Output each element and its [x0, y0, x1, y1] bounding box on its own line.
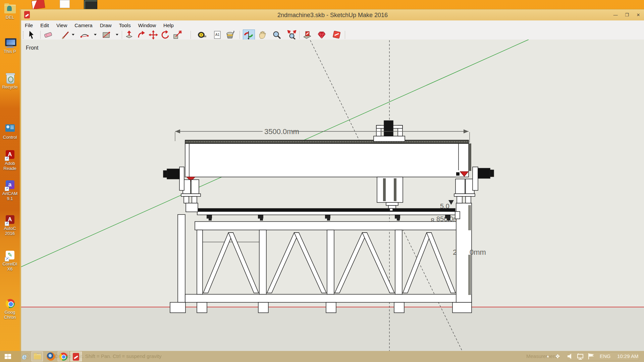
- icon-label: ArtCAM: [0, 191, 20, 196]
- icon-label: 9.1: [0, 196, 20, 201]
- menu-tools[interactable]: Tools: [115, 20, 135, 30]
- line-dropdown-icon[interactable]: [72, 34, 74, 36]
- toolbar: A1: [21, 30, 644, 40]
- arc-dropdown-icon[interactable]: [94, 34, 97, 36]
- svg-text:A1: A1: [215, 33, 220, 37]
- language-indicator[interactable]: ENG: [600, 353, 611, 359]
- desktop-icon-this-pc[interactable]: This P: [0, 37, 20, 54]
- file-explorer-icon: [34, 354, 41, 359]
- view-name-label: Front: [26, 45, 38, 51]
- volume-icon[interactable]: [567, 353, 574, 359]
- line-tool-icon[interactable]: [61, 30, 70, 40]
- action-center-flag-icon[interactable]: [588, 353, 595, 360]
- close-button[interactable]: ✕: [633, 11, 643, 18]
- icon-label: Goog: [0, 310, 20, 315]
- sketchup-app-icon: [24, 11, 30, 18]
- dropbox-icon[interactable]: ❖: [555, 353, 560, 360]
- desktop-icon-control-panel[interactable]: Control: [0, 123, 20, 140]
- paint-bucket-tool-icon[interactable]: [225, 30, 235, 40]
- menu-file[interactable]: File: [21, 20, 37, 30]
- rectangle-dropdown-icon[interactable]: [116, 34, 118, 36]
- 3d-warehouse-icon[interactable]: [303, 30, 312, 40]
- icon-label: Control: [0, 135, 20, 140]
- desktop-icon-adobe-reader[interactable]: A↗ Adob Reade: [0, 149, 20, 171]
- push-pull-tool-icon[interactable]: [124, 30, 134, 40]
- maximize-button[interactable]: ❐: [622, 11, 632, 18]
- adobe-reader-icon: A↗: [4, 149, 16, 160]
- icon-label: X6: [0, 266, 20, 272]
- text-tool-icon[interactable]: A1: [213, 30, 222, 40]
- extension-warehouse-icon[interactable]: [317, 30, 326, 40]
- chrome-icon: [59, 353, 67, 361]
- internet-explorer-icon[interactable]: e: [22, 352, 26, 361]
- start-button[interactable]: [5, 354, 11, 359]
- desktop-icon-google-chrome[interactable]: Goog Chron: [0, 298, 20, 320]
- arc-tool-icon[interactable]: [80, 30, 89, 40]
- model-viewport[interactable]: 5.0 8 850.0mm: [21, 40, 644, 351]
- menu-view[interactable]: View: [53, 20, 71, 30]
- sketchup-window: 2ndmachine3.skb - SketchUp Make 2016 — ❐…: [20, 9, 644, 362]
- firefox-icon[interactable]: [47, 352, 55, 361]
- zoom-extents-tool-icon[interactable]: [287, 30, 297, 40]
- sketchup-icon: [73, 353, 79, 361]
- desktop-fragment-icon[interactable]: [60, 0, 70, 8]
- desktop-icon-artcam[interactable]: a↗ ArtCAM 9.1: [0, 179, 20, 201]
- dim-right-left: 2: [453, 248, 457, 256]
- icon-label: Reade: [0, 166, 20, 171]
- icon-label: AutoC: [0, 226, 20, 231]
- menu-draw[interactable]: Draw: [96, 20, 115, 30]
- computer-icon: [4, 37, 16, 48]
- taskbar: e ▲ ❖ ENG 10:29 AM: [0, 351, 644, 362]
- clock[interactable]: 10:29 AM: [617, 353, 638, 359]
- minimize-button[interactable]: —: [610, 11, 621, 18]
- zoom-tool-icon[interactable]: [272, 30, 281, 40]
- icon-label: This P: [0, 49, 20, 54]
- recycle-bin-icon: [4, 72, 16, 84]
- artcam-icon: a↗: [4, 179, 16, 190]
- desktop-icon-coreldraw[interactable]: ✎↗ CorelDI X6: [0, 249, 20, 272]
- offset-tool-icon[interactable]: [137, 30, 146, 40]
- dim-width-text: 3500.0mm: [264, 127, 299, 136]
- icon-label: Recycle: [0, 84, 20, 89]
- eraser-tool-icon[interactable]: [44, 30, 53, 40]
- desktop-icon-autocad[interactable]: A↗ AutoC 2016: [0, 214, 20, 236]
- title-bar[interactable]: 2ndmachine3.skb - SketchUp Make 2016 — ❐…: [21, 9, 644, 21]
- select-tool-icon[interactable]: [27, 30, 36, 40]
- window-title: 2ndmachine3.skb - SketchUp Make 2016: [21, 12, 644, 19]
- desktop-fragment-icon[interactable]: [31, 0, 45, 10]
- chrome-icon: [4, 298, 16, 309]
- icon-label: Chron: [0, 315, 20, 320]
- scale-tool-icon[interactable]: [173, 30, 182, 40]
- sketchup-taskbar-button[interactable]: [70, 352, 82, 361]
- rectangle-tool-icon[interactable]: [102, 30, 111, 40]
- desktop-fragment-icon[interactable]: [84, 0, 97, 9]
- rotate-tool-icon[interactable]: [161, 30, 170, 40]
- icon-label: DEL: [0, 15, 20, 20]
- folder-icon: [4, 3, 16, 14]
- autocad-icon: A↗: [4, 214, 16, 225]
- icon-label: 2016: [0, 231, 20, 236]
- network-icon[interactable]: [576, 353, 584, 360]
- chrome-button[interactable]: [58, 352, 69, 361]
- coreldraw-icon: ✎↗: [4, 249, 16, 261]
- tray-expand-icon[interactable]: ▲: [546, 354, 550, 358]
- orbit-tool-icon[interactable]: [244, 30, 253, 40]
- share-model-icon[interactable]: [332, 30, 341, 40]
- icon-label: Adob: [0, 161, 20, 166]
- move-tool-icon[interactable]: [149, 30, 158, 40]
- file-explorer-button[interactable]: [32, 352, 43, 361]
- menu-edit[interactable]: Edit: [37, 20, 53, 30]
- icon-label: CorelDI: [0, 261, 20, 266]
- menu-camera[interactable]: Camera: [71, 20, 96, 30]
- toolbar-grip[interactable]: [23, 31, 25, 39]
- menu-bar: File Edit View Camera Draw Tools Window …: [21, 20, 644, 30]
- pan-tool-icon[interactable]: [258, 30, 267, 40]
- tape-measure-tool-icon[interactable]: [197, 30, 207, 40]
- menu-window[interactable]: Window: [135, 20, 160, 30]
- desktop-icon-user-folder[interactable]: DEL: [0, 3, 20, 20]
- control-panel-icon: [4, 123, 16, 134]
- menu-help[interactable]: Help: [160, 20, 177, 30]
- dim-right-right: 0mm: [470, 248, 486, 256]
- desktop-icon-recycle-bin[interactable]: Recycle: [0, 72, 20, 89]
